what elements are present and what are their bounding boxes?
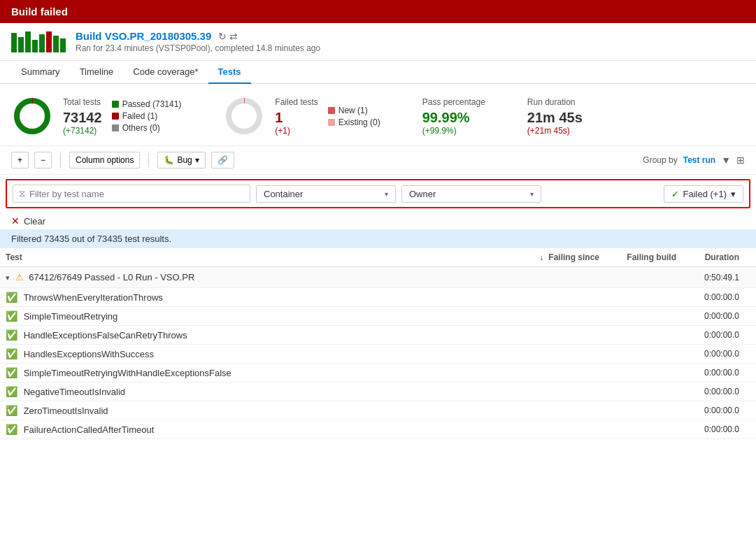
test-name: FailureActionCalledAfterTimeout [24,424,155,435]
table-row[interactable]: ✅ HandlesExceptionsWithSuccess 0:00:00.0 [0,345,756,364]
col-failing-since[interactable]: ↓ Failing since [521,248,605,267]
scroll-cell [745,401,756,420]
bug-label: Bug [177,155,192,165]
column-options-button[interactable]: Column options [69,152,140,169]
pass-pct-number: 99.99% [422,110,485,126]
test-name-cell: ✅ HandleExceptionsFalseCanRetryThrows [0,326,521,345]
tab-timeline[interactable]: Timeline [70,61,124,84]
status-check-icon: ✓ [671,189,679,199]
bar-3 [25,31,31,52]
table-row[interactable]: ✅ FailureActionCalledAfterTimeout 0:00:0… [0,420,756,439]
tab-summary[interactable]: Summary [11,61,70,84]
legend-failed-label: Failed (1) [122,111,158,121]
add-column-button[interactable]: + [11,152,29,169]
build-failed-title: Build failed [11,6,68,17]
total-tests-number: 73142 [63,110,102,126]
svg-point-0 [17,101,48,131]
clear-row[interactable]: ✕ Clear [0,213,756,229]
build-subtitle: Ran for 23.4 minutes (VSTSP0Pool), compl… [76,43,320,53]
layout-icon-button[interactable]: ⊞ [736,155,745,166]
scrollbar-col [745,248,756,267]
table-row[interactable]: ✅ SimpleTimeoutRetrying 0:00:00.0 [0,307,756,326]
build-name[interactable]: Build VSO.PR_20180305.39 [76,30,211,42]
container-dropdown[interactable]: Container ▾ [256,185,396,203]
pass-icon: ✅ [6,424,17,435]
group-by-value[interactable]: Test run [683,155,715,165]
warn-icon: ⚠ [15,272,24,282]
owner-chevron-icon: ▾ [530,190,534,198]
scroll-cell [745,345,756,364]
table-row[interactable]: ✅ SimpleTimeoutRetryingWithHandleExcepti… [0,364,756,382]
failing-since-cell [521,307,605,326]
refresh-icon[interactable]: ↻ ⇄ [218,31,238,42]
table-row[interactable]: ✅ ZeroTimeoutIsInvalid 0:00:00.0 [0,401,756,420]
filter-input-wrap: ⧖ [13,185,250,203]
remove-column-button[interactable]: − [34,152,52,169]
failed-tests-delta: (+1) [275,126,318,136]
pass-pct-block: Pass percentage 99.99% (+99.9%) [422,95,485,137]
failing-build-cell [605,420,682,439]
table-row[interactable]: ✅ NegativeTimeoutIsInvalid 0:00:00.0 [0,382,756,401]
tab-code-coverage[interactable]: Code coverage* [123,61,208,84]
legend-others-dot [112,124,119,131]
test-name: ZeroTimeoutIsInvalid [24,406,108,416]
run-duration-block: Run duration 21m 45s (+21m 45s) [527,95,583,137]
legend-others-label: Others (0) [122,123,160,133]
group-row[interactable]: ▾ ⚠ 67412/67649 Passed - L0 Run - VSO.PR… [0,267,756,288]
status-dropdown[interactable]: ✓ Failed (+1) ▾ [664,185,744,203]
col-failing-build[interactable]: Failing build [605,248,682,267]
scroll-cell [745,326,756,345]
owner-dropdown[interactable]: Owner ▾ [401,185,541,203]
bar-4 [32,40,38,52]
test-table: Test ↓ Failing since Failing build Durat… [0,248,756,439]
pass-pct-label: Pass percentage [422,97,485,107]
bar-7 [53,36,59,52]
pass-icon: ✅ [6,292,17,303]
table-row[interactable]: ✅ ThrowsWhenEveryIterationThrows 0:00:00… [0,288,756,307]
tab-tests[interactable]: Tests [208,61,251,84]
failed-tests-label: Failed tests [275,97,318,107]
duration-cell: 0:00:00.0 [682,326,745,345]
test-name-cell: ✅ FailureActionCalledAfterTimeout [0,420,521,439]
filter-icon-button[interactable]: ▼ [721,155,731,166]
run-duration-info: Run duration 21m 45s (+21m 45s) [527,97,583,136]
build-name-line: Build VSO.PR_20180305.39 ↻ ⇄ [76,30,320,42]
owner-label: Owner [409,189,436,199]
run-duration-delta: (+21m 45s) [527,126,583,136]
duration-cell: 0:00:00.0 [682,382,745,401]
failing-build-cell [605,307,682,326]
toolbar-right: Group by Test run ▼ ⊞ [643,155,745,166]
failing-build-cell [605,401,682,420]
col-duration[interactable]: Duration [682,248,745,267]
failing-build-cell [605,326,682,345]
duration-cell: 0:00:00.0 [682,420,745,439]
legend-new-label: New (1) [338,106,368,115]
build-history-bars [11,31,66,52]
total-tests-legend: Passed (73141) Failed (1) Others (0) [112,99,182,133]
total-tests-label: Total tests [63,97,102,107]
failing-build-cell [605,345,682,364]
bar-1 [11,33,17,52]
run-duration-number: 21m 45s [527,110,583,126]
result-info-text: Filtered 73435 out of 73435 test results… [11,234,171,244]
duration-cell: 0:00:00.0 [682,307,745,326]
failing-build-cell [605,288,682,307]
filter-row: ⧖ Container ▾ Owner ▾ ✓ Failed (+1) ▾ [6,179,750,208]
filter-funnel-icon: ⧖ [19,188,25,199]
toolbar: + − Column options 🐛 Bug ▾ 🔗 Group by Te… [0,146,756,175]
col-failing-build-label: Failing build [627,252,676,262]
bar-6-fail [46,31,52,52]
test-table-container[interactable]: Test ↓ Failing since Failing build Durat… [0,248,756,439]
stats-section: Total tests 73142 (+73142) Passed (73141… [0,84,756,146]
bar-8 [60,38,66,52]
filter-by-test-name-input[interactable] [29,189,244,199]
legend-others: Others (0) [112,123,182,133]
table-row[interactable]: ✅ HandleExceptionsFalseCanRetryThrows 0:… [0,326,756,345]
pass-icon: ✅ [6,386,17,397]
scroll-cell [745,382,756,401]
total-tests-delta: (+73142) [63,126,102,136]
group-row-label: 67412/67649 Passed - L0 Run - VSO.PR [29,272,194,282]
link-button[interactable]: 🔗 [211,152,234,169]
group-row-duration: 0:50:49.1 [682,267,745,288]
bug-button[interactable]: 🐛 Bug ▾ [157,152,205,169]
